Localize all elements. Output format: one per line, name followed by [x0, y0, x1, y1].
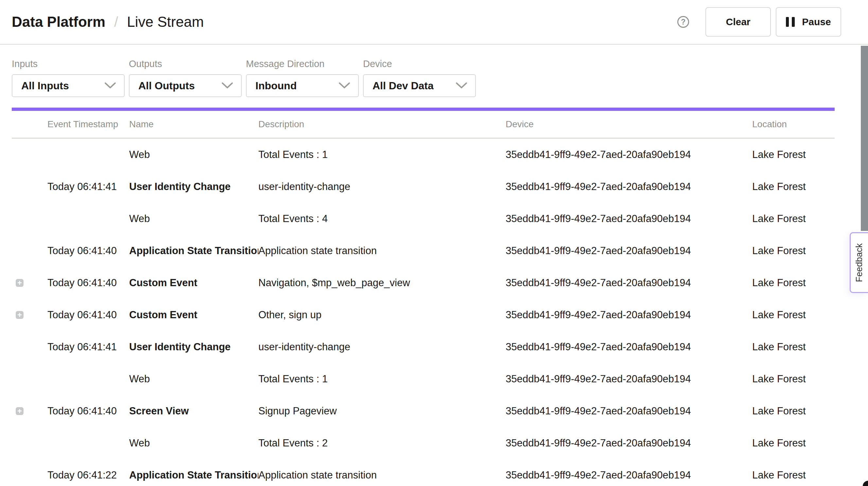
- table-row[interactable]: + Web Total Events : 1 35eddb41-9ff9-49e…: [12, 139, 835, 171]
- event-table-body: + Web Total Events : 1 35eddb41-9ff9-49e…: [12, 139, 835, 486]
- event-location-cell: Lake Forest: [752, 277, 835, 289]
- table-row[interactable]: + Today 06:41:22 Application State Trans…: [12, 459, 835, 486]
- event-name-cell: Screen View: [129, 405, 258, 417]
- event-location-cell: Lake Forest: [752, 405, 835, 417]
- event-description-cell: Navigation, $mp_web_page_view: [258, 277, 506, 289]
- column-header-event-timestamp: Event Timestamp: [48, 119, 129, 129]
- event-name-cell: User Identity Change: [129, 341, 258, 353]
- filter-inputs: Inputs All Inputs: [12, 59, 125, 97]
- event-device-cell: 35eddb41-9ff9-49e2-7aed-20afa90eb194: [506, 245, 752, 257]
- event-name-cell: User Identity Change: [129, 181, 258, 193]
- event-device-cell: 35eddb41-9ff9-49e2-7aed-20afa90eb194: [506, 181, 752, 193]
- table-row[interactable]: + Today 06:41:41 User Identity Change us…: [12, 171, 835, 203]
- chevron-down-icon: [339, 82, 350, 89]
- event-description-cell: Total Events : 1: [258, 149, 506, 160]
- pause-button-label: Pause: [802, 17, 831, 28]
- scrollbar-thumb[interactable]: [861, 46, 868, 231]
- event-location-cell: Lake Forest: [752, 245, 835, 257]
- event-description-cell: Total Events : 4: [258, 213, 506, 225]
- event-device-cell: 35eddb41-9ff9-49e2-7aed-20afa90eb194: [506, 309, 752, 321]
- filter-message-direction: Message Direction Inbound: [246, 59, 359, 97]
- event-name-cell: Web: [129, 437, 258, 449]
- feedback-tab[interactable]: Feedback: [850, 232, 868, 293]
- event-device-cell: 35eddb41-9ff9-49e2-7aed-20afa90eb194: [506, 469, 752, 481]
- event-name-cell: Web: [129, 213, 258, 225]
- breadcrumb-separator: /: [114, 14, 118, 30]
- outputs-dropdown[interactable]: All Outputs: [129, 74, 242, 97]
- event-device-cell: 35eddb41-9ff9-49e2-7aed-20afa90eb194: [506, 437, 752, 449]
- table-row[interactable]: + Web Total Events : 1 35eddb41-9ff9-49e…: [12, 363, 835, 395]
- event-location-cell: Lake Forest: [752, 309, 835, 321]
- event-location-cell: Lake Forest: [752, 373, 835, 385]
- inputs-dropdown-value: All Inputs: [21, 80, 69, 92]
- chevron-down-icon: [221, 82, 233, 89]
- inputs-dropdown[interactable]: All Inputs: [12, 74, 125, 97]
- device-dropdown[interactable]: All Dev Data: [363, 74, 476, 97]
- column-header-name: Name: [129, 119, 258, 129]
- filter-label-device: Device: [363, 59, 476, 69]
- plus-icon: +: [17, 407, 22, 415]
- table-row[interactable]: + Today 06:41:40 Custom Event Navigation…: [12, 267, 835, 299]
- event-description-cell: Other, sign up: [258, 309, 506, 321]
- event-device-cell: 35eddb41-9ff9-49e2-7aed-20afa90eb194: [506, 405, 752, 417]
- table-row[interactable]: + Today 06:41:40 Custom Event Other, sig…: [12, 299, 835, 331]
- event-description-cell: Application state transition: [258, 469, 506, 481]
- event-device-cell: 35eddb41-9ff9-49e2-7aed-20afa90eb194: [506, 373, 752, 385]
- clear-button[interactable]: Clear: [706, 7, 771, 37]
- table-row[interactable]: + Today 06:41:41 User Identity Change us…: [12, 331, 835, 363]
- expand-row-button[interactable]: +: [16, 279, 24, 287]
- accent-divider: [12, 108, 835, 111]
- event-timestamp-cell: Today 06:41:41: [48, 181, 129, 193]
- table-row[interactable]: + Web Total Events : 2 35eddb41-9ff9-49e…: [12, 427, 835, 459]
- chevron-down-icon: [456, 82, 467, 89]
- event-location-cell: Lake Forest: [752, 213, 835, 225]
- column-header-location: Location: [752, 119, 835, 129]
- event-location-cell: Lake Forest: [752, 181, 835, 193]
- event-timestamp-cell: Today 06:41:22: [48, 469, 129, 481]
- event-device-cell: 35eddb41-9ff9-49e2-7aed-20afa90eb194: [506, 277, 752, 289]
- expand-row-button[interactable]: +: [16, 311, 24, 319]
- event-device-cell: 35eddb41-9ff9-49e2-7aed-20afa90eb194: [506, 149, 752, 160]
- breadcrumb-section[interactable]: Data Platform: [12, 14, 105, 30]
- filter-label-message-direction: Message Direction: [246, 59, 359, 69]
- live-stream-table: Event Timestamp Name Description Device …: [12, 111, 835, 486]
- event-name-cell: Web: [129, 373, 258, 385]
- page-header: Data Platform / Live Stream ? Clear Paus…: [0, 0, 868, 45]
- event-description-cell: Application state transition: [258, 245, 506, 257]
- event-device-cell: 35eddb41-9ff9-49e2-7aed-20afa90eb194: [506, 341, 752, 353]
- filter-outputs: Outputs All Outputs: [129, 59, 242, 97]
- message-direction-dropdown-value: Inbound: [255, 80, 297, 92]
- event-location-cell: Lake Forest: [752, 437, 835, 449]
- event-name-cell: Custom Event: [129, 309, 258, 321]
- event-timestamp-cell: Today 06:41:40: [48, 245, 129, 257]
- event-timestamp-cell: Today 06:41:40: [48, 405, 129, 417]
- event-location-cell: Lake Forest: [752, 469, 835, 481]
- plus-icon: +: [17, 311, 22, 318]
- filter-label-outputs: Outputs: [129, 59, 242, 69]
- column-header-description: Description: [258, 119, 506, 129]
- outputs-dropdown-value: All Outputs: [138, 80, 195, 92]
- table-row[interactable]: + Today 06:41:40 Application State Trans…: [12, 235, 835, 267]
- event-description-cell: Signup Pageview: [258, 405, 506, 417]
- feedback-tab-label: Feedback: [854, 243, 864, 282]
- chevron-down-icon: [104, 82, 116, 89]
- plus-icon: +: [17, 279, 22, 286]
- table-row[interactable]: + Web Total Events : 4 35eddb41-9ff9-49e…: [12, 203, 835, 235]
- breadcrumb: Data Platform / Live Stream: [12, 14, 204, 30]
- event-location-cell: Lake Forest: [752, 341, 835, 353]
- event-timestamp-cell: Today 06:41:40: [48, 277, 129, 289]
- column-header-device: Device: [506, 119, 752, 129]
- event-timestamp-cell: Today 06:41:40: [48, 309, 129, 321]
- table-row[interactable]: + Today 06:41:40 Screen View Signup Page…: [12, 395, 835, 427]
- event-description-cell: user-identity-change: [258, 181, 506, 193]
- expand-row-button[interactable]: +: [16, 407, 24, 415]
- pause-button[interactable]: Pause: [776, 7, 841, 37]
- help-icon[interactable]: ?: [677, 16, 689, 28]
- event-name-cell: Application State Transition: [129, 245, 258, 257]
- event-timestamp-cell: Today 06:41:41: [48, 341, 129, 353]
- event-name-cell: Web: [129, 149, 258, 160]
- page-title: Live Stream: [127, 14, 204, 30]
- filter-device: Device All Dev Data: [363, 59, 476, 97]
- event-name-cell: Application State Transition: [129, 469, 258, 481]
- message-direction-dropdown[interactable]: Inbound: [246, 74, 359, 97]
